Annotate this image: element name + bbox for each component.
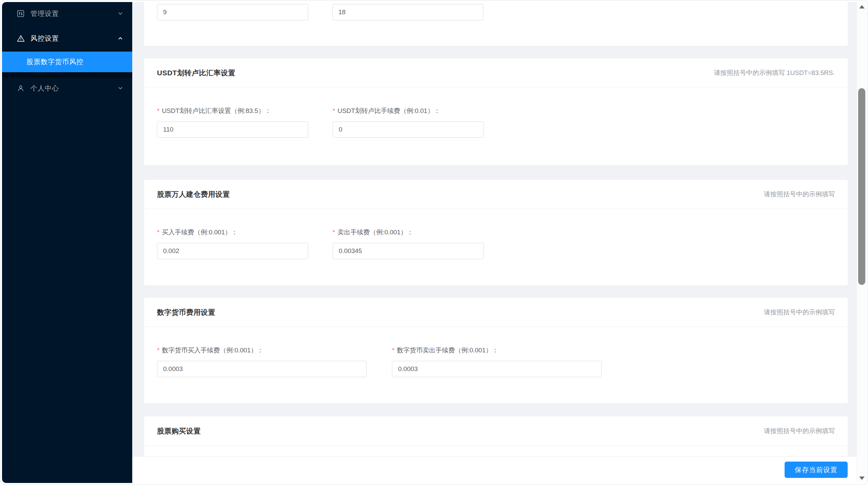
- usdt-rate-input[interactable]: [157, 121, 308, 138]
- scrollbar-thumb[interactable]: [858, 88, 865, 285]
- field-label: * 数字货币买入手续费（例:0.001）：: [157, 346, 367, 354]
- sidebar-item-personal-center[interactable]: 个人中心: [2, 78, 132, 98]
- field-label: * 卖出手续费（例:0.001）：: [333, 228, 484, 236]
- section-title: 股票万人建仓费用设置: [157, 190, 230, 199]
- field-label: * 买入手续费（例:0.001）：: [157, 228, 308, 236]
- footer-bar: 保存当前设置: [132, 456, 856, 483]
- field-label-text: 数字货币卖出手续费（例:0.001）：: [397, 346, 498, 355]
- chevron-down-icon: [117, 11, 123, 17]
- field-label-text: USDT划转卢比手续费（例:0.01）：: [337, 106, 440, 115]
- sidebar-item-label: 股票数字货币风控: [26, 57, 83, 66]
- section-hint: 请按照括号中的示例填写 1USDT=83.5RS.: [714, 69, 835, 77]
- sidebar-item-risk-settings[interactable]: 风控设置: [2, 28, 132, 48]
- crypto-sell-fee-field: * 数字货币卖出手续费（例:0.001）：: [392, 346, 601, 377]
- usdt-fee-input[interactable]: [333, 121, 484, 138]
- sidebar-item-label: 风控设置: [31, 34, 59, 43]
- required-asterisk: *: [333, 107, 335, 115]
- save-settings-button[interactable]: 保存当前设置: [785, 462, 848, 478]
- risk-submenu: 股票数字货币风控: [2, 51, 132, 78]
- section-header: USDT划转卢比汇率设置 请按照括号中的示例填写 1USDT=83.5RS.: [144, 58, 848, 88]
- sidebar-item-stock-crypto-risk-active[interactable]: 股票数字货币风控: [2, 52, 132, 72]
- section-title: 股票购买设置: [157, 426, 201, 436]
- sidebar-item-management-settings[interactable]: 管理设置: [2, 3, 132, 24]
- main-content: USDT划转卢比汇率设置 请按照括号中的示例填写 1USDT=83.5RS. *…: [132, 2, 856, 483]
- warning-triangle-icon: [16, 34, 25, 43]
- sidebar-item-label: 个人中心: [31, 84, 59, 93]
- scroll-up-arrow-icon[interactable]: [859, 5, 865, 8]
- field-label: * 数字货币卖出手续费（例:0.001）：: [392, 346, 601, 354]
- vertical-scrollbar[interactable]: [856, 2, 867, 483]
- scroll-down-arrow-icon[interactable]: [859, 477, 865, 480]
- field-label-text: USDT划转卢比汇率设置（例:83.5）：: [162, 106, 271, 115]
- app-window: 管理设置 风控设置: [2, 2, 867, 483]
- crypto-buy-fee-field: * 数字货币买入手续费（例:0.001）：: [157, 346, 367, 377]
- section-hint: 请按照括号中的示例填写: [764, 308, 835, 317]
- sidebar: 管理设置 风控设置: [2, 2, 132, 483]
- crypto-buy-fee-input[interactable]: [157, 361, 367, 377]
- field-label: * USDT划转卢比汇率设置（例:83.5）：: [157, 107, 308, 115]
- stock-position-fee-section: 股票万人建仓费用设置 请按照括号中的示例填写 * 买入手续费（例:0.001）：…: [144, 180, 848, 285]
- crypto-fee-section: 数字货币费用设置 请按照括号中的示例填写 * 数字货币买入手续费（例:0.001…: [144, 298, 848, 403]
- usdt-fee-field: * USDT划转卢比手续费（例:0.01）：: [333, 107, 484, 138]
- usdt-rate-field: * USDT划转卢比汇率设置（例:83.5）：: [157, 107, 308, 138]
- field-label-text: 数字货币买入手续费（例:0.001）：: [162, 346, 263, 355]
- sidebar-item-label: 管理设置: [31, 9, 59, 18]
- field-label: * USDT划转卢比手续费（例:0.01）：: [333, 107, 484, 115]
- buy-fee-input[interactable]: [157, 243, 308, 259]
- required-asterisk: *: [157, 347, 159, 354]
- required-asterisk: *: [157, 107, 159, 115]
- chevron-up-icon: [117, 35, 123, 41]
- section-title: 数字货币费用设置: [157, 308, 215, 317]
- sell-fee-field: * 卖出手续费（例:0.001）：: [333, 228, 484, 259]
- sell-fee-input[interactable]: [333, 243, 484, 259]
- usdt-rate-section: USDT划转卢比汇率设置 请按照括号中的示例填写 1USDT=83.5RS. *…: [144, 58, 848, 165]
- crypto-sell-fee-input[interactable]: [392, 361, 601, 377]
- required-asterisk: *: [333, 229, 335, 236]
- sliders-icon: [16, 9, 25, 18]
- user-icon: [16, 84, 25, 93]
- required-asterisk: *: [392, 347, 394, 354]
- field-label-text: 卖出手续费（例:0.001）：: [337, 228, 413, 237]
- required-asterisk: *: [157, 229, 159, 236]
- buy-fee-field: * 买入手续费（例:0.001）：: [157, 228, 308, 259]
- top-field-1-input[interactable]: [157, 4, 308, 20]
- section-hint: 请按照括号中的示例填写: [764, 190, 835, 199]
- section-header: 股票万人建仓费用设置 请按照括号中的示例填写: [144, 180, 848, 209]
- field-label-text: 买入手续费（例:0.001）：: [162, 228, 238, 237]
- section-title: USDT划转卢比汇率设置: [157, 68, 235, 78]
- section-header: 数字货币费用设置 请按照括号中的示例填写: [144, 298, 848, 327]
- top-settings-card: [144, 2, 848, 46]
- section-header: 股票购买设置 请按照括号中的示例填写: [144, 416, 848, 446]
- chevron-down-icon: [117, 85, 123, 91]
- section-hint: 请按照括号中的示例填写: [764, 427, 835, 435]
- top-field-2-input[interactable]: [332, 4, 484, 20]
